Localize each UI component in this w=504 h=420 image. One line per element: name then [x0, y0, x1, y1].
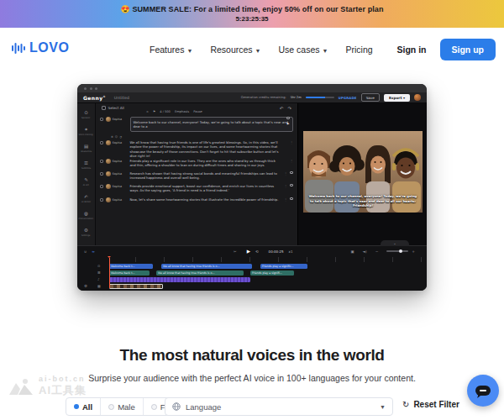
kebab-icon: ⋮ — [284, 184, 287, 188]
collapse-handle: ⌄ — [381, 240, 409, 246]
script-row: Sophia Friends play a significant role i… — [100, 159, 293, 168]
undo-icon: ↶ — [280, 106, 284, 111]
comment-icon — [290, 171, 293, 174]
mic-icon: ⊙ — [97, 264, 100, 269]
soundwave-icon — [12, 42, 25, 55]
emphasis-label: Emphasis — [175, 110, 189, 113]
speaker-icon: ⊙ — [84, 110, 88, 115]
voice-filter-bar: All Male Female Language ▼ ↻ Reset Filte… — [0, 397, 504, 417]
kebab-icon: ⋮ — [284, 171, 287, 176]
logo-text: LOVO — [29, 40, 69, 55]
sidebar-item-voice-cloning: ✦Voice Cloning — [77, 123, 95, 139]
chevron-down-icon: ▼ — [323, 48, 328, 54]
nav-item-resources[interactable]: Resources▼ — [210, 45, 260, 55]
speaker-avatar — [106, 171, 111, 176]
sidebar-item-settings: ⚙Settings — [77, 223, 95, 240]
watermark-logo-icon — [8, 377, 34, 396]
speaker-chip: Sophia — [106, 159, 128, 164]
filter-option-male[interactable]: Male — [101, 398, 144, 415]
watermark: ai-bot.cn AI工具集 — [8, 375, 87, 398]
filter-option-all[interactable]: All — [66, 398, 101, 415]
genny-app-screenshot: Genny® Untitled Generation credits remai… — [77, 84, 427, 291]
audio-track: ♪ — [77, 277, 427, 282]
sidebar-item-speaker: ⊙Speaker — [77, 106, 95, 123]
script-row: Sophia Now, let's share some heartwarmin… — [100, 197, 293, 202]
script-row: Sophia We all know that having true frie… — [100, 140, 293, 159]
speaker-avatar — [106, 197, 111, 202]
row-checkbox — [100, 198, 103, 202]
playhead — [109, 258, 110, 288]
timeline-zoom-controls: ▣ ◄) − + — [350, 249, 420, 254]
flag-icon: ⚑ — [153, 110, 155, 113]
subtitle-icon: ☰ — [97, 270, 101, 276]
subtitle-clip: Friends play a signifi... — [250, 270, 294, 276]
play-icon: ▶ — [287, 122, 290, 125]
speaker-chip: Sophia — [106, 197, 128, 202]
app-sidebar: ⊙Speaker ✦Voice Cloning ▤Resources ☰Subt… — [77, 103, 96, 245]
pause-label: Pause — [193, 110, 202, 113]
kebab-icon: ⋮ — [290, 159, 293, 163]
script-text: Research has shown that having strong so… — [130, 171, 280, 181]
link-icon: ∞ — [92, 249, 95, 254]
resources-icon: ▤ — [84, 144, 88, 149]
sidebar-item-pronunciation: ◍Pronunciation — [77, 207, 95, 223]
playback-speed: x1 — [289, 249, 293, 254]
sidebar-item-subtitles: ☰Subtitles — [77, 156, 95, 173]
video-filmstrip-clip — [109, 284, 163, 289]
radio-icon — [151, 404, 157, 410]
window-titlebar — [77, 84, 427, 92]
caret-down-icon: ▼ — [380, 404, 386, 410]
nav-item-features[interactable]: Features▼ — [150, 45, 192, 55]
timeline-tracks: ⊙ Welcome back t... We all know that hav… — [77, 264, 427, 291]
row-actions: ⋮ — [281, 197, 293, 202]
sign-up-button[interactable]: Sign up — [440, 39, 496, 60]
audio-waveform-clip — [109, 277, 250, 282]
page-title: The most natural voices in the world — [0, 346, 504, 365]
timeline-toolbar: ⊍ ∞ ✂ ▶ ⟲ 00:00:25 x1 ▣ ◄) − + — [77, 246, 427, 256]
user-avatar — [414, 94, 421, 101]
watermark-line1: ai-bot.cn — [39, 375, 87, 383]
lovo-logo[interactable]: LOVO — [12, 40, 69, 55]
app-body: ⊙Speaker ✦Voice Cloning ▤Resources ☰Subt… — [77, 103, 427, 245]
reset-filter-button[interactable]: ↻ Reset Filter — [402, 400, 459, 409]
app-header-actions: Generation credits remaining: 5hr 2m UPG… — [241, 93, 421, 102]
credits-label: Generation credits remaining: — [241, 96, 286, 99]
script-row: Sophia Welcome back to our channel, ever… — [100, 117, 293, 132]
script-text-active: Welcome back to our channel, everyone! T… — [130, 117, 294, 132]
sidebar-item-ai-art: ✎AI Art — [77, 173, 95, 190]
gear-icon: ⚙ — [84, 228, 88, 233]
voice-clip: Friends play a signific... — [260, 264, 307, 269]
chevron-down-icon: ▼ — [255, 48, 261, 54]
subtitle-track: ☰ Welcome back t... We all know that hav… — [77, 270, 427, 276]
sign-in-link[interactable]: Sign in — [397, 45, 427, 55]
zoom-slider — [386, 250, 408, 252]
language-select[interactable]: Language ▼ — [165, 397, 393, 416]
editor-toolbar: ∞ ⚑ 4 / 500 Emphasis Pause — [146, 110, 202, 113]
chat-launcher-button[interactable] — [467, 375, 499, 407]
timeline-ruler — [108, 257, 422, 262]
radio-selected-icon — [74, 404, 79, 409]
script-text: Friends provide emotional support, boost… — [130, 184, 280, 193]
chevron-down-icon: ▼ — [186, 48, 192, 54]
zoom-out-icon: − — [375, 249, 379, 254]
chat-bubble-icon — [475, 386, 491, 396]
film-icon: ▦ — [97, 284, 101, 289]
row-checkbox — [100, 185, 103, 188]
music-note-icon: ♪ — [97, 277, 100, 282]
window-controls-icon — [84, 87, 97, 90]
speaker-avatar — [106, 117, 111, 122]
globe-icon — [172, 402, 181, 411]
speaker-chip: Sophia — [106, 117, 128, 122]
watermark-line2: AI工具集 — [39, 383, 87, 398]
emotion-controls: ⚙☺◔ — [111, 135, 122, 139]
loop-icon: ⟲ — [255, 249, 259, 254]
nav-item-pricing[interactable]: Pricing — [345, 45, 372, 55]
nav-item-use-cases[interactable]: Use cases▼ — [279, 45, 328, 55]
fit-icon: ▣ — [350, 249, 354, 254]
auth-actions: Sign in Sign up — [397, 28, 496, 71]
select-all-checkbox — [102, 106, 106, 110]
emotion-icon: ☺ — [115, 135, 118, 139]
char-counter: 4 / 500 — [160, 110, 171, 113]
script-panel: Select All ↶↷ ∞ ⚑ 4 / 500 Emphasis Pause… — [96, 103, 297, 245]
link-icon: ∞ — [146, 110, 149, 113]
